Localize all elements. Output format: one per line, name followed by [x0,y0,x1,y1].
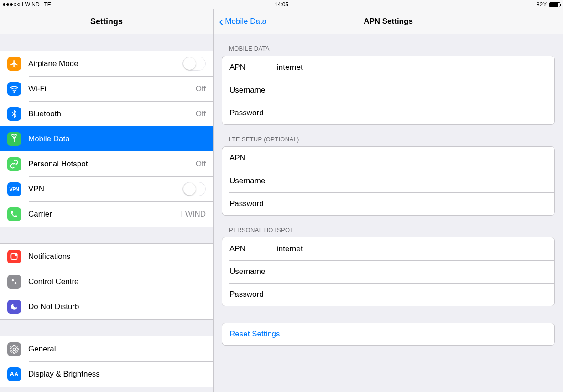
status-bar: I WIND LTE 14:05 82% [0,0,563,9]
svg-point-5 [12,279,14,281]
svg-rect-4 [11,279,17,285]
svg-point-6 [15,282,17,284]
sidebar-item-label: Wi-Fi [28,84,196,93]
field-row: APN [222,56,554,79]
back-button[interactable]: ‹ Mobile Data [219,15,266,28]
sidebar-item-general[interactable]: General [0,336,213,361]
sidebar-item-airplane[interactable]: Airplane Mode [0,51,213,76]
apn-input[interactable] [277,244,547,253]
password-input[interactable] [277,199,547,208]
sidebar-item-label: Notifications [28,252,206,261]
field-row: Username [222,79,554,102]
sidebar-item-label: Carrier [28,210,181,219]
sidebar-item-vpn[interactable]: VPNVPN [0,176,213,201]
apn-input[interactable] [277,154,547,163]
battery-icon [549,2,560,7]
vpn-icon: VPN [7,182,21,196]
svg-point-3 [15,253,17,256]
vpn-toggle[interactable] [182,182,206,196]
control-icon [7,275,21,289]
sidebar-item-hotspot[interactable]: Personal HotspotOff [0,151,213,176]
gear-icon [7,342,21,356]
field-row: Password [222,192,554,215]
field-group: APNUsernamePassword [222,146,555,216]
battery-pct-label: 82% [537,1,547,8]
sidebar-item-label: Display & Brightness [28,370,206,379]
field-label: Password [229,108,277,118]
section-header: LTE SETUP (OPTIONAL) [222,125,555,146]
sidebar-item-label: VPN [28,185,182,194]
sidebar-item-wifi[interactable]: Wi-FiOff [0,76,213,101]
username-input[interactable] [277,86,547,95]
field-row: APN [222,147,554,170]
sidebar-item-detail: Off [196,84,206,93]
password-input[interactable] [277,108,547,118]
moon-icon [7,300,21,314]
sidebar-body[interactable]: Airplane ModeWi-FiOffBluetoothOffMobile … [0,34,213,392]
bluetooth-icon [7,107,21,121]
sidebar-title: Settings [0,9,213,34]
svg-point-7 [13,348,16,350]
sidebar-item-label: Bluetooth [28,109,196,119]
field-label: Username [229,267,277,276]
detail-pane: ‹ Mobile Data APN Settings MOBILE DATAAP… [214,9,563,392]
sidebar-item-label: Control Centre [28,277,206,286]
back-label: Mobile Data [225,17,266,26]
detail-body[interactable]: MOBILE DATAAPNUsernamePasswordLTE SETUP … [214,34,563,392]
detail-header: ‹ Mobile Data APN Settings [214,9,563,34]
sidebar-item-label: Do Not Disturb [28,302,206,311]
field-row: Password [222,283,554,306]
svg-point-1 [14,138,15,139]
sidebar-item-mobiledata[interactable]: Mobile Data [0,126,213,151]
sidebar-item-dnd[interactable]: Do Not Disturb [0,294,213,319]
sidebar-item-detail: Off [196,109,206,119]
apn-input[interactable] [277,63,547,72]
password-input[interactable] [277,290,547,299]
section-header: PERSONAL HOTSPOT [222,216,555,237]
clock-label: 14:05 [275,1,288,8]
sidebar-item-detail: Off [196,160,206,169]
svg-point-0 [14,91,15,92]
field-row: Username [222,170,554,192]
field-label: Password [229,199,277,208]
username-input[interactable] [277,267,547,276]
username-input[interactable] [277,176,547,186]
field-label: APN [229,63,277,72]
sidebar-item-controlcentre[interactable]: Control Centre [0,269,213,294]
status-left: I WIND LTE [3,1,51,8]
signal-strength-icon [3,3,20,6]
sidebar-item-carrier[interactable]: CarrierI WIND [0,201,213,227]
sidebar-item-label: Personal Hotspot [28,160,196,169]
section-header: MOBILE DATA [222,34,555,56]
detail-title: APN Settings [364,17,413,26]
phone-icon [7,207,21,221]
sidebar-item-display[interactable]: AADisplay & Brightness [0,361,213,387]
sidebar-item-label: General [28,345,206,354]
sidebar-item-notifications[interactable]: Notifications [0,244,213,269]
chevron-left-icon: ‹ [219,15,223,28]
sidebar-item-label: Airplane Mode [28,59,182,68]
reset-settings-button[interactable]: Reset Settings [222,323,555,346]
field-label: APN [229,154,277,163]
field-label: APN [229,244,277,253]
aa-icon: AA [7,367,21,381]
network-label: LTE [42,1,51,8]
settings-sidebar: Settings Airplane ModeWi-FiOffBluetoothO… [0,9,214,392]
wifi-icon [7,82,21,96]
status-right: 82% [537,1,560,8]
sidebar-item-detail: I WIND [181,210,206,219]
antenna-icon [7,132,21,146]
airplane-icon [7,57,21,71]
carrier-label: I WIND [22,1,40,8]
field-row: Username [222,260,554,283]
field-label: Username [229,86,277,95]
field-row: Password [222,102,554,124]
sidebar-item-bluetooth[interactable]: BluetoothOff [0,101,213,126]
field-label: Username [229,176,277,186]
field-label: Password [229,290,277,299]
link-icon [7,157,21,171]
field-group: APNUsernamePassword [222,237,555,306]
field-row: APN [222,237,554,260]
airplane-toggle[interactable] [182,57,206,71]
notif-icon [7,250,21,263]
